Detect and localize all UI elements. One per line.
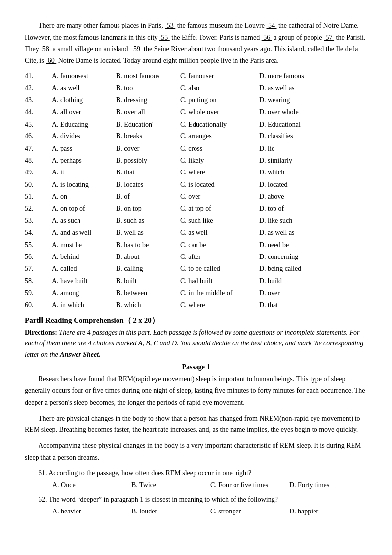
part3-section: PartⅢ Reading Comprehension（ 2 x 20） Dir… (25, 316, 367, 517)
question-61-text: 61. According to the passage, how often … (39, 468, 367, 479)
passage1-paragraph3: Accompanying these physical changes in t… (25, 440, 367, 464)
q62-choice-a: A. heavier (52, 506, 131, 517)
table-row: 44. A. all over B. over all C. whole ove… (25, 107, 367, 118)
part3-title: PartⅢ Reading Comprehension（ 2 x 20） (25, 316, 367, 325)
q61-choice-d: D. Forty times (289, 479, 368, 491)
answer-grid: 41. A. famousest B. most famous C. famou… (25, 71, 367, 311)
table-row: 56. A. behind B. about C. after D. conce… (25, 252, 367, 262)
q62-choice-c: C. stronger (210, 506, 289, 517)
passage1-title: Passage 1 (25, 363, 367, 371)
passage1-paragraph2: There are physical changes in the body t… (25, 413, 367, 436)
table-row: 50. A. is locating B. locates C. is loca… (25, 179, 367, 190)
table-row: 59. A. among B. between C. in the middle… (25, 288, 367, 299)
directions-label: Directions: (25, 329, 57, 336)
table-row: 60. A. in which B. which C. where D. tha… (25, 300, 367, 311)
table-row: 55. A. must be B. has to be C. can be D.… (25, 240, 367, 251)
q62-choice-d: D. happier (289, 506, 368, 517)
table-row: 57. A. called B. calling C. to be called… (25, 263, 367, 274)
table-row: 41. A. famousest B. most famous C. famou… (25, 71, 367, 82)
question-62-block: 62. The word “deeper” in paragraph 1 is … (25, 494, 367, 517)
question-61-choices: A. Once B. Twice C. Four or five times D… (52, 479, 367, 491)
q61-choice-c: C. Four or five times (210, 479, 289, 491)
question-62-text: 62. The word “deeper” in paragraph 1 is … (39, 494, 367, 506)
passage-intro: There are many other famous places in Pa… (25, 20, 367, 67)
table-row: 53. A. as such B. such as C. such like D… (25, 215, 367, 226)
question-61-block: 61. According to the passage, how often … (25, 468, 367, 491)
table-row: 46. A. divides B. breaks C. arranges D. … (25, 131, 367, 142)
directions-answer-sheet: Answer Sheet. (60, 351, 100, 358)
table-row: 51. A. on B. of C. over D. above (25, 191, 367, 202)
table-row: 43. A. clothing B. dressing C. putting o… (25, 95, 367, 106)
table-row: 45. A. Educating B. Education' C. Educat… (25, 119, 367, 130)
q61-choice-a: A. Once (52, 479, 131, 491)
table-row: 47. A. pass B. cover C. cross D. lie (25, 143, 367, 154)
passage1-paragraph1: Researchers have found that REM(rapid ey… (25, 373, 367, 408)
table-row: 49. A. it B. that C. where D. which (25, 167, 367, 178)
q61-choice-b: B. Twice (131, 479, 210, 491)
directions: Directions: There are 4 passages in this… (25, 327, 367, 360)
table-row: 54. A. and as well B. well as C. as well… (25, 227, 367, 238)
question-62-choices: A. heavier B. louder C. stronger D. happ… (52, 506, 367, 517)
table-row: 42. A. as well B. too C. also D. as well… (25, 83, 367, 94)
table-row: 52. A. on top of B. on top C. at top of … (25, 203, 367, 214)
table-row: 58. A. have built B. built C. had built … (25, 276, 367, 287)
table-row: 48. A. perhaps B. possibly C. likely D. … (25, 155, 367, 166)
q62-choice-b: B. louder (131, 506, 210, 517)
